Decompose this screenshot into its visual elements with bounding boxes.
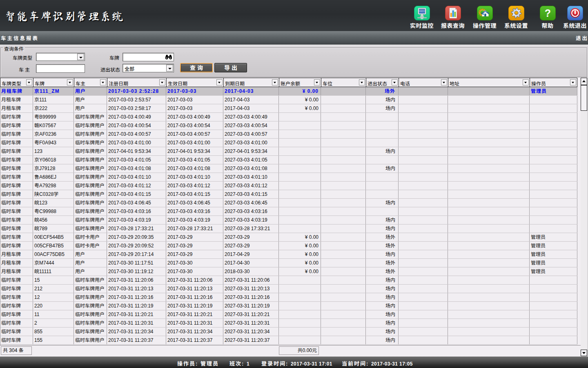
svg-text:?: ? [544, 7, 550, 19]
